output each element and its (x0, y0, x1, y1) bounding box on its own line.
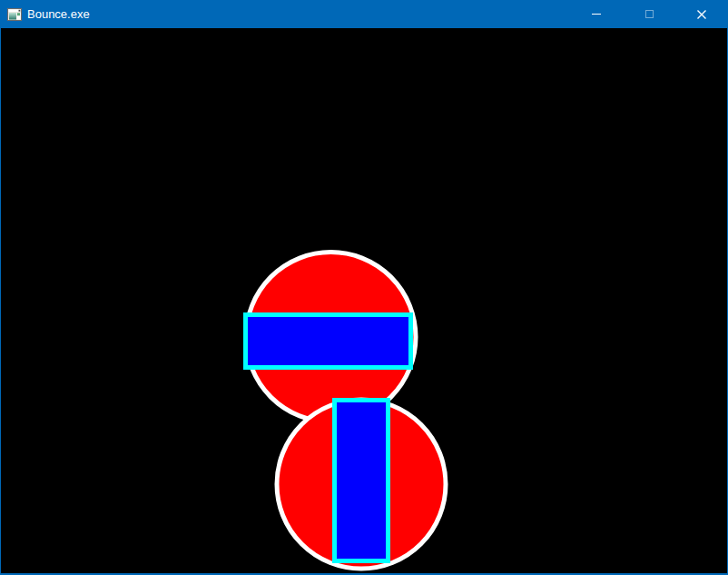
default-app-icon (7, 7, 22, 22)
window-title: Bounce.exe (27, 0, 90, 28)
app-window: Bounce.exe (0, 0, 728, 575)
close-icon (696, 9, 707, 20)
caption-button-group (570, 0, 728, 28)
maximize-icon (645, 10, 654, 18)
game-client-area (0, 28, 728, 575)
maximize-button[interactable] (623, 0, 675, 28)
minimize-icon (592, 14, 601, 15)
paddle-horizontal (246, 315, 411, 368)
titlebar-drag-handle[interactable]: Bounce.exe (0, 0, 728, 28)
paddle-vertical (335, 401, 389, 561)
close-button[interactable] (675, 0, 728, 28)
scene-svg (1, 28, 727, 575)
minimize-button[interactable] (570, 0, 623, 28)
